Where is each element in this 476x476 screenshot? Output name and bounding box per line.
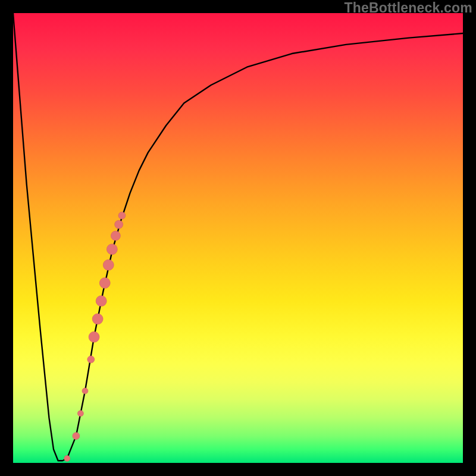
curve-marker xyxy=(103,259,114,270)
watermark-text: TheBottleneck.com xyxy=(344,0,472,16)
plot-area xyxy=(13,13,463,463)
curve-marker xyxy=(115,220,123,228)
curve-marker xyxy=(64,455,70,461)
curve-marker xyxy=(73,433,80,440)
curve-marker xyxy=(107,244,117,255)
bottleneck-curve xyxy=(13,13,463,461)
curve-marker xyxy=(111,231,120,240)
curve-marker xyxy=(92,314,103,324)
curve-marker xyxy=(87,356,95,363)
curve-marker xyxy=(96,296,107,306)
curve-marker xyxy=(99,278,110,289)
curve-markers xyxy=(64,212,126,461)
curve-marker xyxy=(82,388,88,394)
curve-marker xyxy=(89,331,99,342)
chart-frame: TheBottleneck.com xyxy=(0,0,476,476)
curve-layer xyxy=(13,13,463,463)
curve-marker xyxy=(118,212,126,219)
curve-marker xyxy=(77,411,83,416)
